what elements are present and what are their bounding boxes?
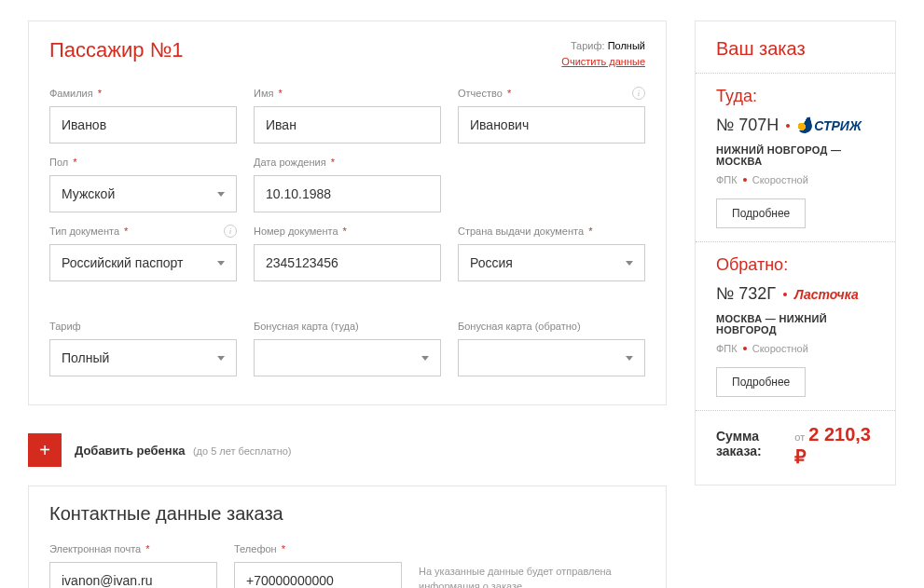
patronymic-input[interactable] [458,106,645,144]
chevron-down-icon [626,356,633,361]
docnum-label: Номер документа * [254,226,347,237]
order-sidebar: Ваш заказ Туда: № 707Н СТРИЖ НИЖНИЙ НОВГ… [695,21,896,588]
firstname-label: Имя * [254,88,283,99]
add-child-hint: (до 5 лет бесплатно) [193,445,292,457]
lastname-input[interactable] [49,106,237,144]
country-select[interactable]: Россия [458,244,645,281]
email-label: Электронная почта * [49,543,150,554]
details-to-button[interactable]: Подробнее [716,198,806,228]
type-to: Скоростной [752,174,808,185]
email-input[interactable] [49,562,217,588]
phone-input[interactable] [234,562,402,588]
dot-icon [783,293,787,296]
divider [696,241,895,242]
carrier-to: ФПК [716,174,738,185]
clear-data-link[interactable]: Очистить данные [561,54,645,70]
doctype-select[interactable]: Российский паспорт [49,244,237,281]
dob-label: Дата рождения * [254,157,335,168]
contact-hint: На указанные данные будет отправлена инф… [419,565,645,588]
gender-label: Пол * [49,157,77,168]
main-column: Пассажир №1 Тариф: Полный Очистить данны… [28,21,667,588]
doctype-label: Тип документа * [49,226,128,237]
phone-label: Телефон * [234,543,285,554]
order-title: Ваш заказ [716,38,875,60]
lastname-label: Фамилия * [49,88,102,99]
carrier-back: ФПК [716,343,738,354]
chevron-down-icon [217,356,225,361]
tariff-select[interactable]: Полный [49,339,237,376]
chevron-down-icon [626,261,633,266]
dob-input[interactable] [254,175,441,212]
details-back-button[interactable]: Подробнее [716,367,806,397]
direction-to-label: Туда: [716,87,875,106]
bonus-to-label: Бонусная карта (туда) [254,321,359,332]
docnum-input[interactable] [254,244,441,281]
type-back: Скоростной [752,343,808,354]
firstname-input[interactable] [254,106,441,144]
total-label: Сумма заказа: [716,429,794,458]
add-child-row: + Добавить ребенка (до 5 лет бесплатно) [28,433,667,467]
total-price: от2 210,3 ₽ [794,424,875,468]
add-child-button[interactable]: + [28,433,62,467]
divider [696,73,895,74]
chevron-down-icon [217,261,225,266]
bonus-back-label: Бонусная карта (обратно) [458,321,581,332]
passenger-panel: Пассажир №1 Тариф: Полный Очистить данны… [28,21,667,405]
train-back-number: № 732Г [716,284,776,304]
route-back: МОСКВА — НИЖНИЙ НОВГОРОД [716,313,875,335]
add-child-label[interactable]: Добавить ребенка [75,444,185,458]
chevron-down-icon [217,192,225,197]
patronymic-label: Отчество * [458,88,511,99]
dot-icon [786,124,790,128]
bonus-back-select[interactable] [458,339,645,376]
brand-strizh-logo: СТРИЖ [797,118,862,133]
contact-title: Контактные данные заказа [49,503,645,525]
direction-back-label: Обратно: [716,255,875,275]
route-to: НИЖНИЙ НОВГОРОД — МОСКВА [716,144,875,167]
dot-icon [743,347,747,350]
country-label: Страна выдачи документа * [458,226,592,237]
tariff-label: Тариф [49,321,81,332]
info-icon[interactable]: i [632,87,645,100]
dot-icon [743,178,747,182]
brand-lastochka-logo: Ласточка [794,287,859,302]
passenger-title: Пассажир №1 [49,38,183,62]
tariff-line: Тариф: Полный [561,38,645,54]
info-icon[interactable]: i [224,225,237,238]
bonus-to-select[interactable] [254,339,441,376]
gender-select[interactable]: Мужской [49,175,237,212]
train-to-number: № 707Н [716,116,779,135]
chevron-down-icon [421,356,429,361]
divider [696,410,895,411]
contact-panel: Контактные данные заказа Электронная поч… [28,485,667,588]
